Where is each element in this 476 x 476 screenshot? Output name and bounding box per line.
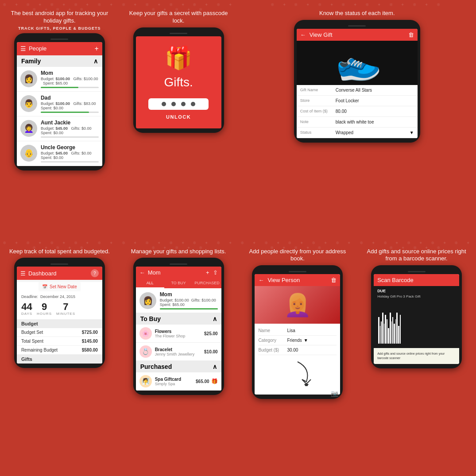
person-field-row[interactable]: Category Friends ▼ — [258, 336, 337, 345]
gift-item-name: Spa Giftcard — [155, 377, 196, 382]
panel5-header: Keep track of total spent and budgeted. — [7, 244, 112, 258]
passcode-dots[interactable] — [148, 98, 209, 110]
back-icon[interactable]: ← — [300, 31, 306, 38]
dropdown-icon[interactable]: ▼ — [410, 130, 414, 135]
dot-2 — [171, 102, 176, 106]
person-field-row[interactable]: Name Lisa — [258, 326, 337, 336]
mom-title: Mom — [148, 269, 206, 276]
delete-icon[interactable]: 🗑 — [408, 31, 414, 38]
dropdown-icon[interactable]: ▼ — [304, 338, 308, 343]
gift-item-store: Jenny Smith Jewellery — [155, 352, 204, 356]
unlock-button[interactable]: UNLOCK — [166, 114, 191, 120]
person-photo: 👱‍♀️ 📷 — [255, 286, 340, 324]
collapse-purchased[interactable]: ∧ — [213, 363, 217, 370]
person-budget-line: Budget: $100.00 Gifts: $83.00 Spent: $0.… — [41, 101, 99, 110]
collapse-to-buy[interactable]: ∧ — [213, 315, 217, 322]
gift-thumb: 💍 — [139, 345, 152, 358]
gift-detail-row[interactable]: Status Wrapped ▼ — [297, 128, 418, 138]
avatar: 👴 — [20, 145, 37, 162]
back-icon[interactable]: ← — [139, 269, 145, 276]
gift-item-price: $65.00 — [196, 379, 209, 384]
collapse-icon[interactable]: ∧ — [93, 58, 98, 65]
barcode-visual — [378, 308, 401, 344]
person-field-row[interactable]: Budget ($) 30.00 — [258, 345, 337, 355]
person-photo-placeholder: 👱‍♀️ — [284, 292, 311, 318]
tab-to-buy[interactable]: TO BUY — [164, 279, 193, 288]
person-info: Uncle George Budget: $45.00 Gifts: $0.00… — [41, 144, 99, 163]
people-items-container: 👩 Mom Budget: $100.00 Gifts: $100.00 Spe… — [17, 67, 102, 166]
delete-icon[interactable]: 🗑 — [331, 277, 337, 283]
avatar: 👨 — [20, 95, 37, 112]
budget-row-value: $145.00 — [82, 339, 98, 344]
phone-5: ☰ Dashboard ? 📅 Set New Date Deadline: D… — [14, 258, 105, 368]
panel-dashboard: Keep track of total spent and budgeted. … — [0, 238, 119, 476]
to-buy-header: To Buy ∧ — [136, 313, 221, 325]
panel1-headline: The best android app for tracking your h… — [5, 10, 114, 25]
countdown-row: 44 DAYS 9 HOURS 7 MINUTES — [17, 300, 102, 319]
person-item[interactable]: 👨 Dad Budget: $100.00 Gifts: $83.00 Spen… — [17, 92, 102, 116]
mom-toolbar: ← Mom + ⇧ — [136, 267, 221, 279]
family-section-header: Family ∧ — [17, 55, 102, 67]
toolbar-title: People — [29, 45, 95, 52]
person-item[interactable]: 👩‍🦱 Aunt Jackie Budget: $45.00 Gifts: $0… — [17, 116, 102, 141]
countdown-minutes: 7 MINUTES — [56, 302, 75, 316]
person-item[interactable]: 👩 Mom Budget: $100.00 Gifts: $100.00 Spe… — [17, 67, 102, 92]
scan-toolbar: Scan Barcode — [374, 274, 459, 286]
menu-icon[interactable]: ☰ — [20, 270, 26, 277]
dot-4 — [191, 102, 195, 106]
countdown-hours: 9 HOURS — [37, 302, 52, 316]
menu-icon[interactable]: ☰ — [20, 45, 26, 52]
family-label: Family — [21, 58, 41, 65]
person-budget-line: Budget: $45.00 Gifts: $0.00 Spent: $0.00 — [41, 151, 99, 160]
person-form: Name Lisa Category Friends ▼ Budget ($) … — [255, 324, 340, 395]
gift-rows: Gift Name Converse All Stars Store Foot … — [297, 85, 418, 138]
help-icon[interactable]: ? — [91, 269, 99, 277]
share-icon[interactable]: ⇧ — [213, 269, 218, 276]
to-buy-item[interactable]: 💍 Bracelet Jenny Smith Jewellery $10.00 — [136, 343, 221, 361]
gift-field-value: 80.00 — [336, 109, 414, 114]
budget-row-label: Remaining Budget — [21, 348, 58, 352]
panel8-header: Add gifts and source online prices right… — [360, 244, 473, 266]
panel-view-person: Add people directly from your address bo… — [238, 238, 357, 476]
dot-3 — [181, 102, 186, 106]
add-icon[interactable]: + — [95, 45, 99, 53]
mom-avatar: 👩 — [139, 292, 156, 309]
panel6-headline: Manage your gifts and shopping lists. — [131, 248, 226, 255]
gift-field-label: Store — [300, 98, 336, 103]
tab-purchased[interactable]: PURCHASED — [193, 279, 221, 288]
progress-bg — [41, 161, 99, 163]
set-date-button[interactable]: 📅 Set New Date — [39, 282, 81, 291]
purchased-item[interactable]: 🧖 Spa Giftcard Simply Spa $65.00 🎁 — [136, 372, 221, 391]
panel7-headline: Add people directly from your address bo… — [243, 248, 352, 263]
progress-fill — [41, 87, 78, 88]
to-buy-item[interactable]: 🌸 Flowers The Flower Shop $25.00 — [136, 325, 221, 343]
progress-bg — [41, 87, 99, 88]
back-icon[interactable]: ← — [258, 277, 264, 283]
gift-detail-row: Note black with white toe — [297, 117, 418, 128]
gift-detail-row: Gift Name Converse All Stars — [297, 85, 418, 96]
passcode-screen: 🎁 Gifts. UNLOCK — [136, 36, 221, 128]
budget-rows: Budget Set$725.00Total Spent$145.00Remai… — [17, 328, 102, 355]
gift-field-value: Foot Locker — [336, 98, 414, 103]
tab-all[interactable]: ALL — [136, 279, 164, 288]
phone-8: Scan Barcode DUE Holiday Gift Pro 3 Pack… — [371, 265, 462, 368]
deadline-label: Deadline: — [21, 294, 38, 299]
arrow-down — [280, 360, 315, 386]
calendar-icon: 📅 — [42, 284, 47, 289]
person-field-value: 30.00 — [287, 348, 298, 352]
phone-2: 🎁 Gifts. UNLOCK — [133, 27, 224, 133]
add-icon[interactable]: + — [206, 269, 209, 276]
panel6-header: Manage your gifts and shopping lists. — [129, 244, 228, 258]
person-field-label: Budget ($) — [258, 348, 287, 352]
view-gift-toolbar: ← View Gift 🗑 — [297, 29, 418, 41]
person-item[interactable]: 👴 Uncle George Budget: $45.00 Gifts: $0.… — [17, 141, 102, 166]
progress-fill — [41, 112, 89, 113]
panel1-header: The best android app for tracking your h… — [3, 5, 116, 33]
mom-person-header: 👩 Mom Budget: $100.00 Gifts: $100.00 Spe… — [136, 288, 221, 313]
person-field-label: Category — [258, 338, 287, 343]
phone-6: ← Mom + ⇧ ALL TO BUY PURCHASED 👩 Mom Bud… — [133, 258, 224, 395]
gift-thumb: 🧖 — [139, 375, 152, 387]
gift-field-value: Wrapped — [336, 130, 410, 135]
panel2-headline: Keep your gifts a secret with passcode l… — [124, 10, 233, 25]
deadline-value: December 24, 2015 — [40, 294, 75, 299]
